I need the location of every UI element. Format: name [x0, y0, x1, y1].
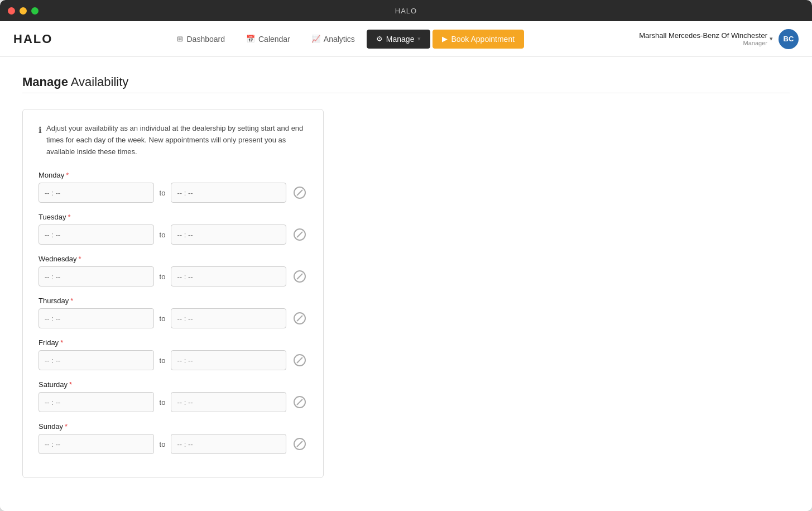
start-time-tuesday[interactable]	[39, 225, 154, 245]
nav-analytics-label: Analytics	[324, 35, 355, 44]
user-name: Marshall Mercedes-Benz Of Winchester	[639, 31, 767, 40]
nav-manage[interactable]: ⚙ Manage ▾	[367, 30, 431, 49]
disable-btn-saturday[interactable]	[292, 394, 307, 410]
to-label-tuesday: to	[160, 231, 166, 239]
end-time-sunday[interactable]	[171, 434, 286, 454]
required-star-saturday: *	[69, 380, 72, 389]
disable-btn-sunday[interactable]	[292, 436, 307, 452]
required-star-monday: *	[66, 171, 69, 179]
nav-calendar[interactable]: 📅 Calendar	[237, 30, 300, 49]
to-label-monday: to	[160, 189, 166, 197]
days-container: Monday *toTuesday *toWednesday *toThursd…	[39, 171, 307, 454]
window-title: HALO	[395, 7, 417, 15]
minimize-button[interactable]	[20, 7, 27, 15]
disable-icon-thursday	[294, 312, 306, 324]
day-label-thursday: Thursday *	[39, 297, 307, 305]
logo: HALO	[13, 32, 52, 46]
required-star-sunday: *	[65, 422, 68, 431]
start-time-wednesday[interactable]	[39, 266, 154, 286]
page-title-regular: Availability	[68, 75, 128, 89]
user-role: Manager	[639, 40, 767, 46]
page-title: Manage Availability	[22, 75, 790, 89]
user-info: Marshall Mercedes-Benz Of Winchester Man…	[639, 31, 767, 46]
required-star-friday: *	[60, 338, 63, 347]
day-row-wednesday: Wednesday *to	[39, 255, 307, 286]
time-row-friday: to	[39, 350, 307, 370]
calendar-icon: 📅	[246, 35, 255, 43]
user-area: Marshall Mercedes-Benz Of Winchester Man…	[639, 29, 799, 49]
user-chevron-icon: ▾	[770, 35, 773, 42]
title-bar: HALO	[0, 0, 812, 21]
to-label-friday: to	[160, 356, 166, 365]
app-window: HALO HALO ⊞ Dashboard 📅 Calendar 📈	[0, 0, 812, 511]
main-nav: ⊞ Dashboard 📅 Calendar 📈 Analytics ⚙ Man…	[167, 30, 524, 49]
disable-btn-tuesday[interactable]	[292, 227, 307, 242]
manage-icon: ⚙	[376, 35, 383, 43]
start-time-thursday[interactable]	[39, 308, 154, 328]
day-label-wednesday: Wednesday *	[39, 255, 307, 263]
nav-dashboard-label: Dashboard	[186, 35, 225, 44]
user-dropdown[interactable]: Marshall Mercedes-Benz Of Winchester Man…	[639, 31, 773, 46]
disable-icon-tuesday	[294, 228, 306, 241]
day-label-tuesday: Tuesday *	[39, 213, 307, 221]
title-divider	[22, 93, 790, 93]
day-row-saturday: Saturday *to	[39, 380, 307, 412]
day-label-sunday: Sunday *	[39, 422, 307, 431]
required-star-wednesday: *	[78, 255, 81, 263]
to-label-wednesday: to	[160, 273, 166, 281]
disable-icon-sunday	[294, 438, 306, 450]
day-row-sunday: Sunday *to	[39, 422, 307, 454]
disable-icon-friday	[294, 354, 306, 366]
avatar[interactable]: BC	[779, 29, 799, 49]
end-time-tuesday[interactable]	[171, 225, 286, 245]
nav-manage-label: Manage	[386, 35, 415, 44]
header: HALO ⊞ Dashboard 📅 Calendar 📈 Analytics …	[0, 21, 812, 57]
time-row-sunday: to	[39, 434, 307, 454]
end-time-friday[interactable]	[171, 350, 286, 370]
day-label-friday: Friday *	[39, 338, 307, 347]
day-label-saturday: Saturday *	[39, 380, 307, 389]
time-row-monday: to	[39, 183, 307, 203]
disable-btn-friday[interactable]	[292, 352, 307, 368]
info-block: ℹ Adjust your availability as an individ…	[39, 123, 307, 157]
day-row-friday: Friday *to	[39, 338, 307, 370]
time-row-tuesday: to	[39, 225, 307, 245]
start-time-monday[interactable]	[39, 183, 154, 203]
nav-book-appointment[interactable]: ▶ Book Appointment	[433, 30, 524, 49]
close-button[interactable]	[8, 7, 15, 15]
disable-btn-thursday[interactable]	[292, 311, 307, 326]
maximize-button[interactable]	[31, 7, 39, 15]
time-row-saturday: to	[39, 392, 307, 412]
to-label-thursday: to	[160, 314, 166, 323]
time-row-thursday: to	[39, 308, 307, 328]
page-title-bold: Manage	[22, 75, 68, 89]
end-time-monday[interactable]	[171, 183, 286, 203]
window-controls	[8, 7, 39, 15]
app-content: HALO ⊞ Dashboard 📅 Calendar 📈 Analytics …	[0, 21, 812, 511]
end-time-saturday[interactable]	[171, 392, 286, 412]
day-row-tuesday: Tuesday *to	[39, 213, 307, 245]
dashboard-icon: ⊞	[177, 35, 183, 43]
nav-analytics[interactable]: 📈 Analytics	[302, 30, 364, 49]
required-star-thursday: *	[70, 297, 73, 305]
book-appt-icon: ▶	[442, 35, 448, 43]
start-time-sunday[interactable]	[39, 434, 154, 454]
day-row-thursday: Thursday *to	[39, 297, 307, 328]
analytics-icon: 📈	[311, 35, 320, 43]
day-row-monday: Monday *to	[39, 171, 307, 203]
nav-book-appointment-label: Book Appointment	[451, 35, 515, 44]
disable-btn-wednesday[interactable]	[292, 269, 307, 284]
start-time-saturday[interactable]	[39, 392, 154, 412]
availability-card: ℹ Adjust your availability as an individ…	[22, 109, 324, 478]
nav-dashboard[interactable]: ⊞ Dashboard	[167, 30, 234, 49]
info-text-content: Adjust your availability as an individua…	[46, 123, 307, 157]
logo-text: HALO	[13, 32, 52, 46]
time-row-wednesday: to	[39, 266, 307, 286]
disable-icon-monday	[294, 187, 306, 199]
disable-btn-monday[interactable]	[292, 185, 307, 200]
end-time-wednesday[interactable]	[171, 266, 286, 286]
disable-icon-wednesday	[294, 270, 306, 283]
end-time-thursday[interactable]	[171, 308, 286, 328]
start-time-friday[interactable]	[39, 350, 154, 370]
manage-chevron-icon: ▾	[417, 35, 421, 42]
